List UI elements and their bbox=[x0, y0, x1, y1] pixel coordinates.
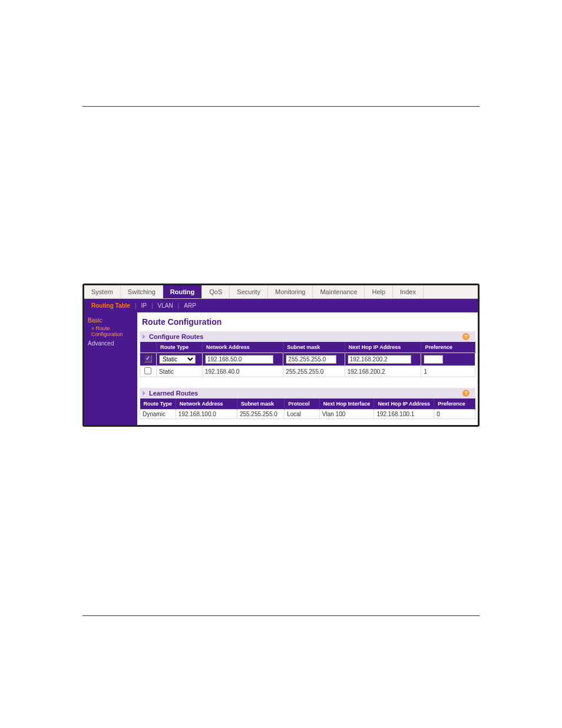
subnav-arp[interactable]: ARP bbox=[181, 301, 199, 310]
tab-routing[interactable]: Routing bbox=[163, 285, 203, 298]
network-address-input[interactable] bbox=[205, 355, 273, 364]
tab-qos[interactable]: QoS bbox=[202, 285, 230, 298]
col-route-type: Route Type bbox=[156, 342, 202, 353]
subnet-mask-input[interactable] bbox=[286, 355, 336, 364]
sidebar-item-label: Route Configuration bbox=[91, 325, 123, 337]
col-route-type: Route Type bbox=[140, 398, 176, 410]
cell-route-type: Dynamic bbox=[140, 410, 176, 419]
col-next-hop-ip: Next Hop IP Address bbox=[374, 398, 434, 410]
separator: | bbox=[178, 302, 180, 309]
col-next-hop-ip: Next Hop IP Address bbox=[345, 342, 421, 353]
section-configure-routes[interactable]: Configure Routes ? bbox=[140, 331, 475, 342]
separator: | bbox=[151, 302, 153, 309]
col-preference: Preference bbox=[421, 342, 475, 353]
cell-route-type: Static bbox=[156, 366, 202, 377]
sidebar: Basic » Route Configuration Advanced bbox=[84, 312, 137, 425]
help-icon[interactable]: ? bbox=[462, 333, 470, 340]
cell-network-address: 192.168.100.0 bbox=[176, 410, 237, 419]
cell-next-hop: 192.168.200.2 bbox=[345, 366, 421, 377]
separator: | bbox=[135, 302, 137, 309]
cell-subnet-mask: 255.255.255.0 bbox=[283, 366, 345, 377]
sidebar-item-route-config[interactable]: » Route Configuration bbox=[88, 325, 134, 339]
tab-maintenance[interactable]: Maintenance bbox=[313, 285, 365, 298]
sub-nav: Routing Table | IP | VLAN | ARP bbox=[84, 299, 478, 312]
next-hop-input[interactable] bbox=[348, 355, 412, 364]
cell-preference: 0 bbox=[434, 410, 475, 419]
col-checkbox bbox=[140, 342, 157, 353]
tab-monitoring[interactable]: Monitoring bbox=[268, 285, 313, 298]
section-label: Configure Routes bbox=[149, 333, 203, 340]
sidebar-item-advanced[interactable]: Advanced bbox=[88, 339, 134, 348]
tab-security[interactable]: Security bbox=[230, 285, 268, 298]
section-learned-routes[interactable]: Learned Routes ? bbox=[140, 388, 475, 398]
col-protocol: Protocol bbox=[285, 398, 320, 410]
route-type-select[interactable]: Static bbox=[159, 355, 196, 364]
table-row: Static 192.168.40.0 255.255.255.0 192.16… bbox=[140, 366, 475, 377]
preference-input[interactable] bbox=[424, 355, 443, 364]
subnav-vlan[interactable]: VLAN bbox=[156, 301, 176, 310]
row-checkbox[interactable] bbox=[144, 367, 151, 374]
top-tabs: System Switching Routing QoS Security Mo… bbox=[84, 285, 478, 299]
row-checkbox[interactable] bbox=[144, 355, 152, 363]
col-next-hop-iface: Next Hop Interface bbox=[319, 398, 374, 410]
app-window: System Switching Routing QoS Security Mo… bbox=[82, 284, 480, 427]
sidebar-item-basic[interactable]: Basic bbox=[88, 316, 134, 325]
cell-next-hop-ip: 192.168.100.1 bbox=[374, 410, 434, 419]
tab-switching[interactable]: Switching bbox=[121, 285, 163, 298]
configure-routes-table: Route Type Network Address Subnet mask N… bbox=[140, 342, 475, 377]
learned-routes-table: Route Type Network Address Subnet mask P… bbox=[140, 398, 475, 419]
tab-index[interactable]: Index bbox=[393, 285, 424, 298]
help-icon[interactable]: ? bbox=[462, 390, 470, 397]
col-subnet-mask: Subnet mask bbox=[283, 342, 345, 353]
section-label: Learned Routes bbox=[149, 390, 198, 397]
subnav-routing-table[interactable]: Routing Table bbox=[89, 301, 133, 310]
cell-preference: 1 bbox=[421, 366, 475, 377]
col-subnet-mask: Subnet mask bbox=[237, 398, 284, 410]
col-network-address: Network Address bbox=[176, 398, 237, 410]
col-preference: Preference bbox=[434, 398, 475, 410]
tab-help[interactable]: Help bbox=[365, 285, 393, 298]
subnav-ip[interactable]: IP bbox=[139, 301, 149, 310]
col-network-address: Network Address bbox=[202, 342, 283, 353]
cell-next-hop-iface: Vlan 100 bbox=[319, 410, 374, 419]
content-panel: Route Configuration Configure Routes ? R… bbox=[137, 312, 478, 425]
cell-network-address: 192.168.40.0 bbox=[202, 366, 283, 377]
table-row: Dynamic 192.168.100.0 255.255.255.0 Loca… bbox=[140, 410, 475, 419]
cell-subnet-mask: 255.255.255.0 bbox=[237, 410, 284, 419]
edit-row: Static bbox=[140, 353, 475, 366]
cell-protocol: Local bbox=[285, 410, 320, 419]
page-title: Route Configuration bbox=[142, 317, 473, 327]
tab-system[interactable]: System bbox=[84, 285, 121, 298]
